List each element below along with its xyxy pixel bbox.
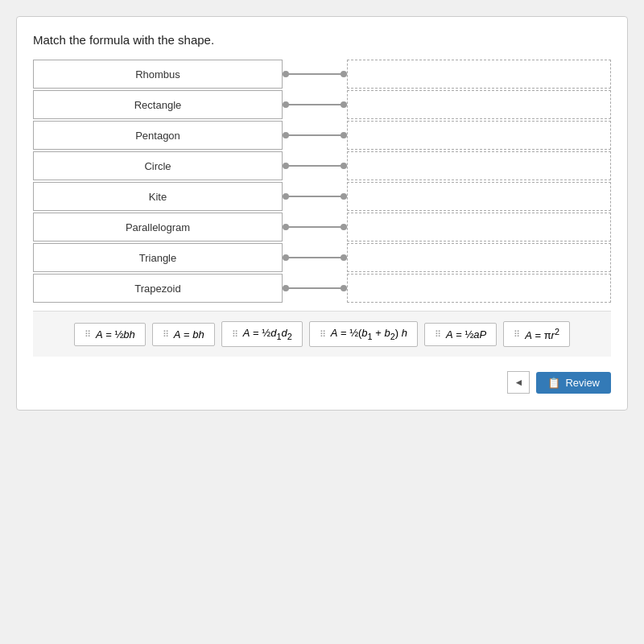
shape-box-rectangle: Rectangle — [33, 90, 283, 119]
drop-zone-rhombus[interactable] — [347, 60, 611, 89]
instructions-text: Match the formula with the shape. — [33, 33, 611, 47]
drop-zone-triangle[interactable] — [347, 243, 611, 272]
drop-zone-pentagon[interactable] — [347, 121, 611, 150]
drop-zone-kite[interactable] — [347, 182, 611, 211]
formula-text-f4: A = ½(b1 + b2) h — [331, 327, 407, 341]
drag-handle-icon: ⠿ — [232, 329, 238, 340]
connector-row-3 — [283, 151, 347, 180]
connector-row-7 — [283, 274, 347, 303]
matching-area: RhombusRectanglePentagonCircleKiteParall… — [33, 60, 611, 303]
connector-column — [283, 60, 347, 303]
connector-line-1 — [283, 104, 347, 105]
formula-chip-f1[interactable]: ⠿A = ½bh — [74, 323, 146, 346]
connector-line-4 — [283, 196, 347, 197]
shapes-column: RhombusRectanglePentagonCircleKiteParall… — [33, 60, 283, 303]
formula-text-f5: A = ½aP — [446, 328, 486, 341]
formula-text-f6: A = πr2 — [525, 327, 559, 341]
drag-handle-icon: ⠿ — [163, 329, 169, 340]
connector-row-1 — [283, 90, 347, 119]
connector-line-2 — [283, 134, 347, 136]
drag-handle-icon: ⠿ — [85, 329, 91, 340]
formula-chip-f2[interactable]: ⠿A = bh — [152, 323, 215, 346]
bottom-bar: ◄ 📋 Review — [33, 365, 611, 394]
connector-row-6 — [283, 243, 347, 272]
drop-zone-circle[interactable] — [347, 151, 611, 180]
formula-text-f1: A = ½bh — [96, 328, 135, 341]
formula-chip-f4[interactable]: ⠿A = ½(b1 + b2) h — [309, 321, 418, 347]
review-label: Review — [565, 377, 600, 389]
shape-box-parallelogram: Parallelogram — [33, 213, 283, 242]
drop-zone-rectangle[interactable] — [347, 90, 611, 119]
connector-line-7 — [283, 287, 347, 289]
connector-row-5 — [283, 213, 347, 242]
formula-chip-f6[interactable]: ⠿A = πr2 — [503, 321, 570, 347]
formula-text-f2: A = bh — [174, 328, 204, 341]
formula-text-f3: A = ½d1d2 — [243, 327, 292, 341]
drop-zone-trapezoid[interactable] — [347, 274, 611, 303]
formula-chip-f3[interactable]: ⠿A = ½d1d2 — [221, 321, 303, 347]
shape-box-pentagon: Pentagon — [33, 121, 283, 150]
drag-handle-icon: ⠿ — [320, 329, 326, 340]
drop-zone-parallelogram[interactable] — [347, 213, 611, 242]
shape-box-trapezoid: Trapezoid — [33, 274, 283, 303]
drag-handle-icon: ⠿ — [514, 329, 520, 340]
main-container: Match the formula with the shape. Rhombu… — [16, 16, 628, 411]
shape-box-kite: Kite — [33, 182, 283, 211]
review-button[interactable]: 📋 Review — [536, 372, 611, 394]
connector-row-4 — [283, 182, 347, 211]
connector-line-5 — [283, 226, 347, 228]
shape-box-circle: Circle — [33, 151, 283, 180]
back-button[interactable]: ◄ — [507, 371, 530, 394]
connector-row-2 — [283, 121, 347, 150]
connector-row-0 — [283, 60, 347, 89]
connector-line-6 — [283, 257, 347, 258]
shape-box-triangle: Triangle — [33, 243, 283, 272]
drop-zones-column — [347, 60, 611, 303]
connector-line-3 — [283, 165, 347, 167]
formulas-area: ⠿A = ½bh⠿A = bh⠿A = ½d1d2⠿A = ½(b1 + b2)… — [33, 311, 611, 357]
shape-box-rhombus: Rhombus — [33, 60, 283, 89]
review-icon: 📋 — [547, 377, 560, 389]
drag-handle-icon: ⠿ — [435, 329, 441, 340]
connector-line-0 — [283, 73, 347, 75]
formula-chip-f5[interactable]: ⠿A = ½aP — [424, 323, 497, 346]
